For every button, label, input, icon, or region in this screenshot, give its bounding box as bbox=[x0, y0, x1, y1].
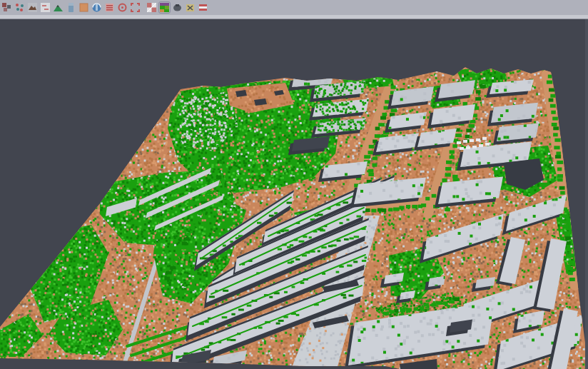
orbit-view-icon[interactable] bbox=[91, 2, 102, 13]
pick-point-icon[interactable] bbox=[117, 2, 128, 13]
open-data-icon[interactable] bbox=[1, 2, 12, 13]
terrain-model-icon[interactable] bbox=[27, 2, 38, 13]
window-right-edge bbox=[585, 19, 588, 369]
point-cloud-icon[interactable] bbox=[14, 2, 25, 13]
raster-grid-icon[interactable] bbox=[146, 2, 157, 13]
snapshot-icon[interactable] bbox=[172, 2, 183, 13]
vegetation-class-icon[interactable] bbox=[53, 2, 64, 13]
ground-class-icon[interactable] bbox=[78, 2, 89, 13]
zoom-extents-icon[interactable] bbox=[130, 2, 141, 13]
classified-render-icon[interactable] bbox=[159, 2, 170, 13]
attribute-list-icon[interactable] bbox=[104, 2, 115, 13]
main-toolbar bbox=[0, 0, 588, 15]
delete-box-icon[interactable] bbox=[185, 2, 196, 13]
ruler-icon[interactable] bbox=[66, 2, 76, 13]
flag-icon[interactable] bbox=[198, 2, 208, 13]
profile-tool-icon[interactable] bbox=[40, 2, 51, 13]
point-cloud-scene-canvas[interactable] bbox=[0, 19, 588, 369]
viewport-3d[interactable] bbox=[0, 19, 588, 369]
